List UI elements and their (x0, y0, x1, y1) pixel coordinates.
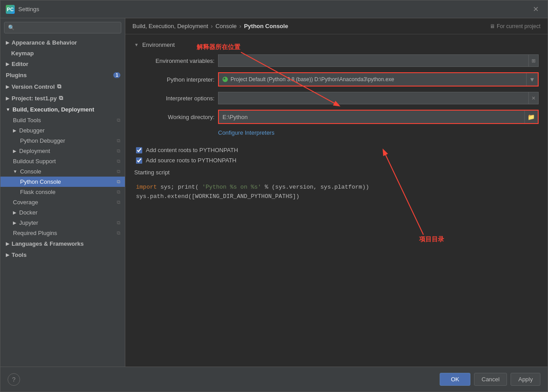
help-button[interactable]: ? (8, 373, 20, 386)
env-vars-browse-button[interactable]: ⊞ (529, 54, 539, 67)
sidebar-item-label: Keymap (11, 50, 34, 57)
interpreter-status-icon (222, 77, 228, 82)
sidebar-item-label: Coverage (13, 199, 38, 206)
starting-script-label: Starting script (134, 169, 539, 176)
interpreter-options-label: Interpreter options: (134, 95, 214, 102)
code-normal-3: sys.path.extend([WORKING_DIR_AND_PYTHON_… (136, 193, 300, 200)
interpreter-value: Project Default (Python 3.8 (base)) D:\P… (231, 76, 394, 83)
sidebar-item-tools[interactable]: ▶ Tools (0, 249, 125, 260)
copy-icon: ⧉ (117, 169, 120, 174)
code-string-1: 'Python %s on %s' (202, 184, 261, 190)
sidebar-item-label: Console (20, 168, 41, 175)
sidebar-item-plugins[interactable]: Plugins 1 (0, 70, 125, 81)
copy-icon: ⧉ (59, 95, 63, 102)
env-vars-label: Environment variables: (134, 58, 214, 64)
triangle-icon: ▼ (134, 42, 139, 47)
sidebar-item-version-control[interactable]: ▶ Version Control ⧉ (0, 81, 125, 92)
copy-icon: ⧉ (117, 230, 120, 236)
expand-icon: ▶ (6, 252, 9, 257)
settings-window: PC Settings ✕ 🔍 ▶ Appearance & Behavior … (0, 0, 548, 392)
ok-button[interactable]: OK (440, 373, 470, 386)
project-link[interactable]: 🖥 For current project (490, 23, 540, 29)
interpreter-select[interactable]: Project Default (Python 3.8 (base)) D:\P… (219, 73, 526, 86)
working-dir-wrapper: 📁 (218, 110, 539, 124)
code-normal-2: % (sys.version, sys.platform)) (265, 184, 369, 190)
search-input[interactable] (17, 25, 117, 31)
interpreter-wrapper: Project Default (Python 3.8 (base)) D:\P… (218, 72, 539, 87)
sidebar-item-label: Python Debugger (20, 137, 65, 144)
bottom-bar: ? OK Cancel Apply (0, 367, 548, 392)
sidebar-item-keymap[interactable]: Keymap (0, 48, 125, 58)
sidebar-item-buildout[interactable]: Buildout Support ⧉ (0, 156, 125, 166)
breadcrumb-part1: Build, Execution, Deployment (132, 23, 208, 29)
sidebar-item-console[interactable]: ▼ Console ⧉ (0, 166, 125, 177)
expand-icon: ▶ (13, 220, 16, 225)
expand-icon: ▶ (6, 96, 9, 101)
copy-icon: ⧉ (117, 117, 120, 123)
sidebar-item-editor[interactable]: ▶ Editor (0, 58, 125, 70)
main-wrapper: Build, Execution, Deployment › Console ›… (125, 18, 548, 367)
working-dir-input[interactable] (219, 111, 524, 123)
titlebar: PC Settings ✕ (0, 0, 548, 18)
source-roots-checkbox[interactable] (136, 157, 142, 164)
env-vars-input[interactable] (218, 54, 529, 67)
sidebar: 🔍 ▶ Appearance & Behavior Keymap ▶ Edito… (0, 18, 125, 367)
breadcrumb: Build, Execution, Deployment › Console ›… (125, 18, 548, 34)
sidebar-item-docker[interactable]: ▶ Docker (0, 207, 125, 218)
sidebar-item-label: Required Plugins (13, 230, 57, 236)
sidebar-item-languages[interactable]: ▶ Languages & Frameworks (0, 238, 125, 249)
content-roots-label: Add content roots to PYTHONPATH (146, 147, 238, 153)
interpreter-options-input[interactable] (218, 92, 529, 104)
configure-interpreters-link[interactable]: Configure Interpreters (218, 129, 274, 136)
sidebar-item-label: Docker (19, 209, 37, 216)
sidebar-item-label: Appearance & Behavior (12, 39, 77, 46)
cancel-button[interactable]: Cancel (474, 373, 507, 386)
sidebar-item-python-debugger[interactable]: Python Debugger ⧉ (0, 136, 125, 146)
search-icon: 🔍 (8, 25, 15, 31)
source-roots-label: Add source roots to PYTHONPATH (146, 157, 236, 164)
content-roots-checkbox[interactable] (136, 147, 142, 153)
sidebar-item-project[interactable]: ▶ Project: test1.py ⧉ (0, 92, 125, 104)
sidebar-item-build-exec[interactable]: ▼ Build, Execution, Deployment (0, 104, 125, 115)
copy-icon: ⧉ (117, 220, 120, 226)
breadcrumb-part2: Console (215, 23, 237, 29)
sidebar-item-build-tools[interactable]: Build Tools ⧉ (0, 115, 125, 125)
interpreter-options-clear-button[interactable]: ✕ (529, 92, 539, 104)
sidebar-item-appearance[interactable]: ▶ Appearance & Behavior (0, 37, 125, 48)
close-button[interactable]: ✕ (529, 3, 542, 15)
sidebar-item-python-console[interactable]: Python Console ⧉ (0, 177, 125, 187)
sidebar-item-coverage[interactable]: Coverage ⧉ (0, 197, 125, 207)
interpreter-dropdown-button[interactable]: ▼ (526, 73, 538, 86)
configure-interpreters-wrapper: Configure Interpreters (134, 129, 539, 141)
working-dir-browse-button[interactable]: 📁 (524, 111, 538, 123)
sidebar-item-jupyter[interactable]: ▶ Jupyter ⧉ (0, 218, 125, 228)
code-line-2: sys.path.extend([WORKING_DIR_AND_PYTHON_… (136, 192, 537, 202)
main-panel: Build, Execution, Deployment › Console ›… (125, 18, 548, 367)
code-keyword-import: import (136, 184, 157, 190)
expand-icon: ▶ (6, 40, 9, 45)
sidebar-item-deployment[interactable]: ▶ Deployment ⧉ (0, 146, 125, 156)
settings-body: ▼ Environment Environment variables: ⊞ P… (125, 34, 548, 367)
sidebar-item-label: Build Tools (13, 117, 41, 124)
copy-icon: ⧉ (117, 148, 120, 154)
code-line-1: import sys; print( 'Python %s on %s' % (… (136, 183, 537, 192)
sidebar-item-required-plugins[interactable]: Required Plugins ⧉ (0, 228, 125, 238)
breadcrumb-part3: Python Console (244, 23, 288, 29)
checkbox-content-roots: Add content roots to PYTHONPATH (134, 147, 539, 153)
apply-button[interactable]: Apply (511, 373, 540, 386)
sidebar-item-flask-console[interactable]: Flask console ⧉ (0, 187, 125, 197)
expand-icon: ▶ (6, 84, 9, 89)
sidebar-item-label: Buildout Support (13, 158, 56, 165)
env-vars-input-wrapper: ⊞ (218, 54, 539, 67)
sidebar-item-label: Languages & Frameworks (12, 240, 84, 247)
action-buttons: OK Cancel Apply (440, 373, 540, 386)
sidebar-item-label: Jupyter (19, 219, 38, 226)
expand-icon: ▶ (6, 241, 9, 246)
sidebar-item-debugger[interactable]: ▶ Debugger (0, 125, 125, 136)
search-box[interactable]: 🔍 (4, 22, 121, 33)
expand-icon: ▶ (13, 128, 16, 133)
environment-section-header: ▼ Environment (134, 41, 539, 48)
code-normal-1: sys; print( (161, 184, 199, 190)
expand-icon: ▼ (6, 107, 10, 112)
sidebar-item-label: Plugins (6, 72, 27, 78)
